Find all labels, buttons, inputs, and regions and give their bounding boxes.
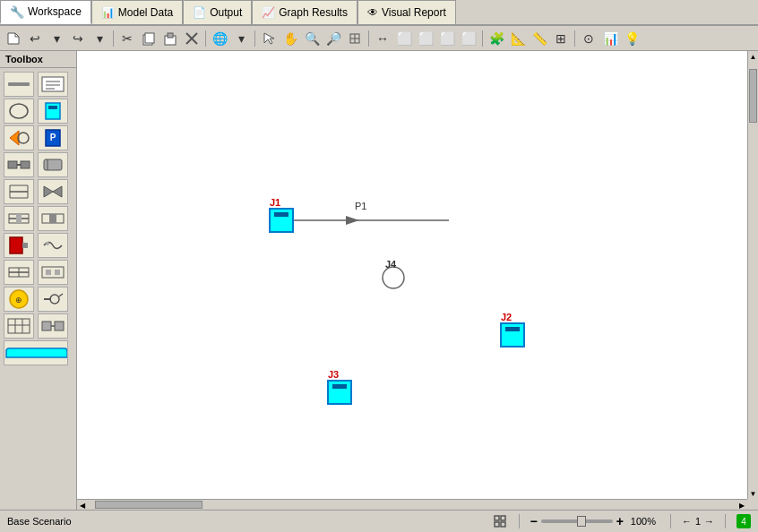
tool-valve2[interactable] xyxy=(38,152,68,177)
exchange-button[interactable]: ↔ xyxy=(373,29,392,48)
junction-j4-label: J4 xyxy=(385,259,397,270)
box4-button[interactable]: ⬜ xyxy=(459,29,478,48)
settings-button[interactable]: ⊙ xyxy=(579,29,599,48)
zoom-slider-track[interactable] xyxy=(541,519,613,523)
triangle-button[interactable]: 📐 xyxy=(508,29,528,48)
tool-special3[interactable] xyxy=(4,260,34,285)
zoom-fit-button[interactable] xyxy=(345,29,365,48)
paste-icon xyxy=(163,31,177,46)
scrollbar-corner xyxy=(747,499,758,510)
sep2 xyxy=(205,30,206,47)
box3-button[interactable]: ⬜ xyxy=(437,29,457,48)
pump-icon xyxy=(6,129,31,147)
tool-valve4[interactable] xyxy=(38,179,68,204)
tab-output[interactable]: 📄 Output xyxy=(183,0,252,24)
junction-j1-box[interactable] xyxy=(270,209,293,232)
pressure-icon: P xyxy=(40,126,65,150)
zoom-plus-icon[interactable]: + xyxy=(616,514,624,528)
scroll-right-arrow[interactable]: ▶ xyxy=(736,500,747,510)
globe-button[interactable]: 🌐 xyxy=(210,29,229,48)
zoom-minus-icon[interactable]: − xyxy=(530,514,538,528)
scroll-left-arrow[interactable]: ◀ xyxy=(77,500,88,510)
tab-graph-results[interactable]: 📈 Graph Results xyxy=(252,0,357,24)
arrow-left-icon[interactable]: ← xyxy=(682,516,692,527)
tab-model-data[interactable]: 📊 Model Data xyxy=(91,0,183,24)
delete-icon xyxy=(185,31,199,46)
svg-rect-15 xyxy=(46,103,60,119)
tool-circle[interactable] xyxy=(4,99,34,124)
scroll-thumb-vertical[interactable] xyxy=(749,69,757,123)
tool-grid[interactable] xyxy=(4,313,34,339)
junction-j3-box[interactable] xyxy=(328,381,351,404)
pipe-icon xyxy=(6,75,31,93)
svg-rect-42 xyxy=(46,270,51,275)
puzzle-button[interactable]: 🧩 xyxy=(487,29,506,48)
svg-point-47 xyxy=(50,295,59,304)
scenario-text: Base Scenario xyxy=(7,516,72,527)
box2-button[interactable]: ⬜ xyxy=(416,29,435,48)
scroll-up-arrow[interactable]: ▲ xyxy=(748,51,758,62)
svg-rect-41 xyxy=(42,267,64,278)
tool-valve3[interactable] xyxy=(4,179,34,204)
tool-special2[interactable] xyxy=(38,233,68,258)
chart-button[interactable]: 📊 xyxy=(600,29,620,48)
junction-j4-circle[interactable] xyxy=(383,267,404,288)
tool-special6[interactable] xyxy=(38,287,68,312)
copy-button[interactable] xyxy=(139,29,159,48)
junction-j1-label: J1 xyxy=(270,197,280,208)
junction-j2-box[interactable] xyxy=(501,323,524,347)
undo-dropdown[interactable]: ▾ xyxy=(47,29,66,48)
globe-dropdown[interactable]: ▾ xyxy=(231,29,251,48)
copy-icon xyxy=(142,31,156,46)
special4-icon xyxy=(40,263,65,281)
canvas-svg[interactable]: P1 J1 J2 J3 J4 xyxy=(77,51,747,499)
delete-button[interactable] xyxy=(182,29,202,48)
tab-visual-report[interactable]: 👁 Visual Report xyxy=(357,0,456,24)
graph-results-icon: 📈 xyxy=(262,6,275,19)
zoom-in-button[interactable]: 🔎 xyxy=(323,29,343,48)
ruler-button[interactable]: 📏 xyxy=(530,29,549,48)
zoom-slider-thumb[interactable] xyxy=(577,516,586,527)
zoom-region-button[interactable]: 🔍 xyxy=(302,29,322,48)
select-button[interactable] xyxy=(259,29,279,48)
text-icon xyxy=(40,75,65,93)
scroll-thumb-horizontal[interactable] xyxy=(95,501,202,509)
redo-button[interactable]: ↪ xyxy=(68,29,88,48)
tool-valve5[interactable] xyxy=(4,206,34,231)
tool-tray[interactable] xyxy=(4,340,68,365)
scroll-down-arrow[interactable]: ▼ xyxy=(748,488,758,499)
tool-valve6[interactable] xyxy=(38,206,68,231)
tool-special4[interactable] xyxy=(38,260,68,285)
tool-special5[interactable]: ⊕ xyxy=(4,287,34,312)
grid-button[interactable]: ⊞ xyxy=(551,29,571,48)
tool-junction-tank[interactable] xyxy=(38,99,68,124)
special2-icon xyxy=(40,236,65,254)
tool-special1[interactable] xyxy=(4,233,34,258)
light-button[interactable]: 💡 xyxy=(622,29,642,48)
cut-button[interactable]: ✂ xyxy=(117,29,137,48)
paste-button[interactable] xyxy=(160,29,180,48)
scrollbar-vertical[interactable]: ▲ ▼ xyxy=(747,51,758,499)
zoom-fit-icon xyxy=(348,31,362,46)
valve3-icon xyxy=(6,183,31,201)
redo-dropdown[interactable]: ▾ xyxy=(90,29,109,48)
undo-button[interactable]: ↩ xyxy=(25,29,45,48)
tool-pressure[interactable]: P xyxy=(38,125,68,150)
svg-rect-49 xyxy=(8,319,30,333)
box1-button[interactable]: ⬜ xyxy=(394,29,414,48)
visual-report-icon: 👁 xyxy=(367,6,378,19)
sep5 xyxy=(482,30,483,47)
pan-button[interactable]: ✋ xyxy=(280,29,300,48)
tool-pump[interactable] xyxy=(4,125,34,150)
tool-text[interactable] xyxy=(38,72,68,97)
tab-workspace[interactable]: 🔧 Workspace xyxy=(0,0,91,24)
tool-pipe[interactable] xyxy=(4,72,34,97)
tool-connector[interactable] xyxy=(38,313,68,339)
svg-rect-56 xyxy=(495,516,499,520)
new-button[interactable] xyxy=(4,29,23,48)
scrollbar-horizontal[interactable]: ◀ ▶ xyxy=(77,499,747,510)
tool-valve1[interactable] xyxy=(4,152,34,177)
tray-icon xyxy=(4,344,67,362)
fit-view-button[interactable] xyxy=(492,513,508,529)
status-bar: Base Scenario − + 100% ← 1 → 4 xyxy=(0,510,758,532)
